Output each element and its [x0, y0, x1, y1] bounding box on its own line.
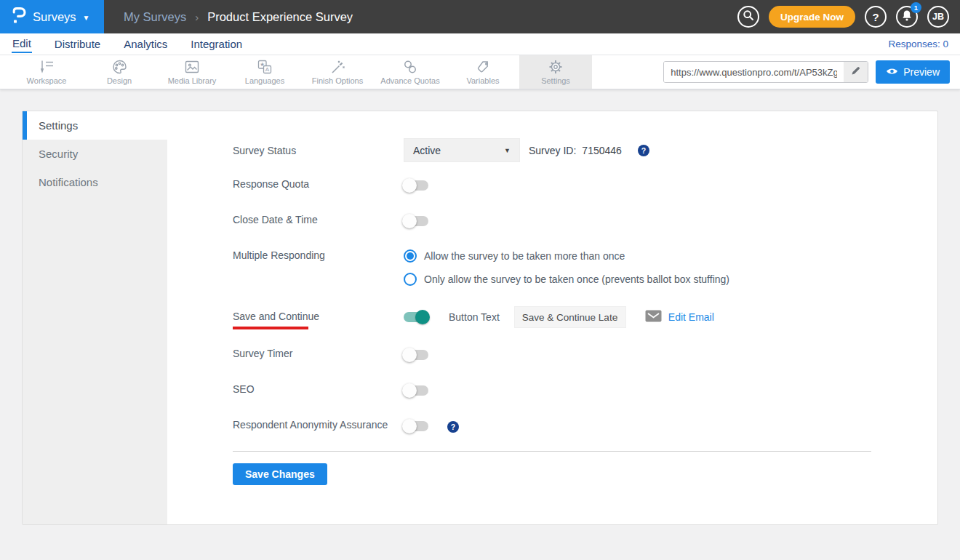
- anonymity-help-icon[interactable]: ?: [447, 421, 459, 433]
- chain-links-icon: [401, 59, 419, 75]
- tab-analytics[interactable]: Analytics: [123, 36, 168, 52]
- survey-id-label: Survey ID:: [529, 145, 576, 156]
- attention-underline: [233, 327, 308, 329]
- question-mark-icon: ?: [872, 11, 879, 23]
- product-switcher[interactable]: Surveys ▼: [0, 0, 104, 33]
- sidebar-item-settings[interactable]: Settings: [23, 111, 167, 140]
- toolbar-label: Design: [107, 76, 132, 85]
- eye-icon: [886, 66, 898, 78]
- tab-edit[interactable]: Edit: [12, 35, 32, 53]
- toolbar-item-design[interactable]: Media Library Design: [83, 55, 156, 89]
- close-date-label: Close Date & Time: [233, 214, 404, 225]
- translate-icon: ★ A: [256, 59, 273, 75]
- breadcrumb: My Surveys › Product Experience Survey: [124, 0, 353, 33]
- survey-id-value: 7150446: [582, 145, 622, 156]
- bell-icon: [901, 9, 913, 25]
- survey-timer-label: Survey Timer: [233, 348, 404, 359]
- save-changes-button[interactable]: Save Changes: [233, 463, 327, 485]
- search-button[interactable]: [737, 6, 759, 28]
- radio-icon: [404, 273, 417, 286]
- radio-allow-multiple[interactable]: Allow the survey to be taken more than o…: [404, 249, 729, 263]
- toolbar-label: Variables: [466, 76, 499, 85]
- toolbar-item-languages[interactable]: ★ A Languages: [228, 55, 301, 89]
- avatar-initials: JB: [932, 12, 944, 22]
- page-title: Product Experience Survey: [207, 10, 353, 24]
- seo-toggle[interactable]: [404, 385, 428, 396]
- edit-toolbar: Workspace Media Library Design Media Lib…: [0, 55, 960, 89]
- magic-wand-icon: [329, 59, 346, 75]
- breadcrumb-parent[interactable]: My Surveys: [124, 10, 186, 24]
- sidebar-item-notifications[interactable]: Notifications: [23, 168, 167, 196]
- preview-label: Preview: [903, 66, 940, 78]
- notification-badge: 1: [911, 2, 921, 13]
- respondent-anonymity-row: Respondent Anonymity Assurance ?: [233, 419, 871, 433]
- help-button[interactable]: ?: [865, 6, 887, 28]
- radio-label: Allow the survey to be taken more than o…: [424, 250, 625, 262]
- envelope-icon: [645, 310, 662, 325]
- toolbar-item-workspace[interactable]: Workspace: [10, 55, 83, 89]
- survey-status-label: Survey Status: [233, 145, 404, 156]
- header-actions: Upgrade Now ? 1 JB: [737, 0, 960, 33]
- save-and-continue-row: Save and Continue Button Text Edit Email: [233, 305, 871, 329]
- image-icon: [183, 59, 201, 75]
- preview-button[interactable]: Preview: [876, 60, 950, 84]
- avatar[interactable]: JB: [927, 6, 949, 28]
- survey-nav-tabs: Edit Distribute Analytics Integration Re…: [0, 33, 960, 55]
- breadcrumb-separator-icon: ›: [195, 11, 199, 23]
- edit-url-button[interactable]: [844, 62, 868, 82]
- edit-email-link[interactable]: Edit Email: [645, 310, 714, 325]
- survey-status-row: Survey Status Active ▼ Survey ID: 715044…: [233, 138, 871, 162]
- toolbar-label: Media Library: [168, 76, 217, 85]
- workspace-icon: [38, 59, 55, 75]
- toolbar-label: Languages: [245, 76, 284, 85]
- form-divider: [233, 451, 871, 452]
- pencil-icon: [850, 65, 861, 79]
- toolbar-item-finish-options[interactable]: Finish Options: [301, 55, 374, 89]
- settings-form: Survey Status Active ▼ Survey ID: 715044…: [167, 111, 937, 524]
- survey-status-value: Active: [413, 145, 441, 156]
- radio-icon: [404, 249, 417, 263]
- radio-label: Only allow the survey to be taken once (…: [424, 273, 729, 285]
- toolbar-item-media-library[interactable]: Media Library: [156, 55, 228, 89]
- response-quota-label: Response Quota: [233, 178, 404, 190]
- close-date-row: Close Date & Time: [233, 214, 871, 226]
- notifications-button[interactable]: 1: [896, 6, 918, 28]
- gear-icon: [547, 59, 564, 75]
- save-and-continue-toggle[interactable]: [404, 312, 428, 322]
- settings-card: Settings Security Notifications Survey S…: [22, 111, 938, 525]
- toolbar-label: Workspace: [27, 76, 67, 85]
- questionpro-logo-icon: [11, 6, 26, 28]
- svg-text:A: A: [265, 66, 270, 73]
- save-and-continue-label: Save and Continue: [233, 311, 319, 322]
- seo-row: SEO: [233, 383, 871, 396]
- save-and-continue-label-wrap: Save and Continue: [233, 305, 404, 329]
- survey-url-input[interactable]: [664, 62, 844, 82]
- survey-timer-toggle[interactable]: [404, 350, 428, 360]
- sidebar-item-security[interactable]: Security: [23, 140, 167, 168]
- tab-integration[interactable]: Integration: [190, 36, 243, 52]
- radio-allow-once[interactable]: Only allow the survey to be taken once (…: [404, 273, 729, 286]
- button-text-input[interactable]: [514, 306, 626, 328]
- survey-timer-row: Survey Timer: [233, 348, 871, 360]
- multiple-responding-label: Multiple Responding: [233, 249, 404, 261]
- toolbar-label: Finish Options: [312, 76, 363, 85]
- upgrade-now-button[interactable]: Upgrade Now: [769, 6, 855, 28]
- page-body: Settings Security Notifications Survey S…: [0, 89, 960, 546]
- edit-email-label: Edit Email: [668, 311, 714, 323]
- survey-url-group: [663, 61, 868, 83]
- toolbar-item-settings[interactable]: Settings: [519, 55, 592, 89]
- seo-label: SEO: [233, 383, 404, 395]
- toolbar-item-variables[interactable]: Variables: [447, 55, 519, 89]
- respondent-anonymity-toggle[interactable]: [404, 421, 428, 431]
- survey-status-select[interactable]: Active ▼: [404, 138, 520, 162]
- button-text-label: Button Text: [449, 311, 500, 323]
- toolbar-right-group: Preview: [663, 55, 960, 89]
- tab-distribute[interactable]: Distribute: [54, 36, 101, 52]
- response-quota-toggle[interactable]: [404, 180, 428, 191]
- survey-id-help-icon[interactable]: ?: [638, 145, 649, 156]
- close-date-toggle[interactable]: [404, 216, 428, 226]
- product-name: Surveys: [33, 10, 76, 24]
- responses-count: Responses: 0: [888, 39, 948, 49]
- toolbar-item-advance-quotas[interactable]: Advance Quotas: [374, 55, 447, 89]
- respondent-anonymity-label: Respondent Anonymity Assurance: [233, 419, 404, 431]
